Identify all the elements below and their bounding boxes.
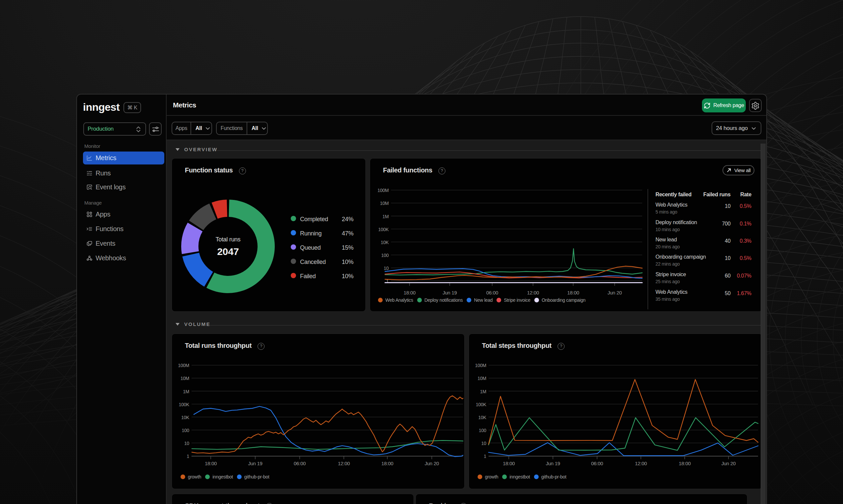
- svg-text:100: 100: [381, 253, 389, 258]
- svg-text:1M: 1M: [480, 389, 486, 394]
- svg-text:18:00: 18:00: [679, 461, 691, 466]
- svg-text:Jun 19: Jun 19: [248, 461, 262, 466]
- svg-text:Jun 20: Jun 20: [721, 461, 736, 466]
- svg-text:10K: 10K: [478, 415, 486, 420]
- svg-text:10M: 10M: [478, 376, 486, 381]
- svg-text:Jun 20: Jun 20: [607, 290, 622, 295]
- svg-text:06:00: 06:00: [486, 290, 498, 295]
- svg-text:100K: 100K: [476, 402, 486, 407]
- svg-text:18:00: 18:00: [403, 290, 415, 295]
- svg-text:Queued: Queued: [300, 245, 321, 251]
- svg-text:06:00: 06:00: [591, 461, 603, 466]
- svg-text:100M: 100M: [377, 188, 389, 193]
- svg-text:100K: 100K: [378, 227, 389, 232]
- svg-text:12:00: 12:00: [338, 461, 350, 466]
- svg-text:100M: 100M: [475, 363, 486, 368]
- svg-text:12:00: 12:00: [635, 461, 647, 466]
- svg-text:18:00: 18:00: [205, 461, 217, 466]
- svg-text:1M: 1M: [183, 389, 189, 394]
- svg-text:Failed: Failed: [300, 273, 316, 280]
- svg-text:Completed: Completed: [300, 216, 328, 222]
- svg-text:Jun 19: Jun 19: [443, 290, 457, 295]
- svg-text:10M: 10M: [380, 201, 389, 206]
- svg-text:100: 100: [479, 428, 486, 433]
- svg-text:18:00: 18:00: [381, 461, 393, 466]
- svg-text:15%: 15%: [342, 245, 354, 251]
- svg-text:10K: 10K: [381, 240, 389, 245]
- svg-text:100: 100: [182, 428, 190, 433]
- svg-text:2047: 2047: [217, 246, 239, 257]
- svg-text:Jun 19: Jun 19: [546, 461, 560, 466]
- svg-text:1: 1: [187, 454, 190, 459]
- svg-text:24%: 24%: [342, 216, 354, 222]
- svg-text:18:00: 18:00: [567, 290, 579, 295]
- svg-text:1M: 1M: [382, 214, 389, 219]
- svg-text:12:00: 12:00: [527, 290, 539, 295]
- svg-text:18:00: 18:00: [503, 461, 515, 466]
- svg-text:47%: 47%: [342, 230, 354, 237]
- svg-text:1: 1: [484, 454, 486, 459]
- svg-text:Total runs: Total runs: [216, 236, 240, 243]
- svg-text:100K: 100K: [179, 402, 190, 407]
- svg-text:Cancelled: Cancelled: [300, 259, 326, 265]
- svg-text:10: 10: [481, 441, 486, 446]
- svg-text:Running: Running: [300, 230, 322, 237]
- svg-text:10K: 10K: [181, 415, 190, 420]
- svg-text:10%: 10%: [342, 273, 354, 280]
- svg-text:100M: 100M: [178, 363, 189, 368]
- svg-text:10: 10: [384, 266, 389, 271]
- svg-text:10: 10: [184, 441, 189, 446]
- svg-text:10M: 10M: [180, 376, 189, 381]
- svg-text:Jun 20: Jun 20: [425, 461, 439, 466]
- svg-text:10%: 10%: [342, 259, 354, 265]
- svg-text:06:00: 06:00: [294, 461, 306, 466]
